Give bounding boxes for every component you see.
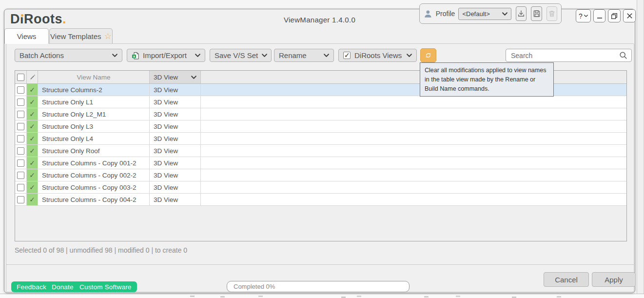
search-box — [506, 49, 632, 62]
row-checkbox[interactable] — [17, 99, 24, 106]
row-select-cell[interactable] — [15, 133, 27, 144]
row-modified-status-cell: ✓ — [27, 145, 38, 157]
table-row[interactable]: ✓Structure Columns - Copy 001-23D View — [15, 157, 626, 169]
row-view-name[interactable]: Structure Only L3 — [38, 120, 150, 132]
minimize-button[interactable] — [593, 9, 605, 22]
row-view-name[interactable]: Structure Only L2_M1 — [38, 108, 150, 120]
row-view-name[interactable]: Structure Columns - Copy 003-2 — [38, 181, 150, 193]
row-checkbox[interactable] — [17, 159, 24, 167]
progress-bar: Completed 0% — [227, 281, 410, 292]
row-select-cell[interactable] — [15, 181, 27, 193]
diroots-logo-accent-dot — [21, 14, 23, 17]
row-view-name[interactable]: Structure Only L4 — [38, 133, 150, 144]
row-checkbox[interactable] — [17, 135, 24, 142]
row-view-type[interactable]: 3D View — [150, 133, 201, 144]
table-body: ✓Structure Columns-23D View✓Structure On… — [15, 84, 626, 206]
row-select-cell[interactable] — [15, 108, 27, 120]
table-row[interactable]: ✓Structure Columns - Copy 003-23D View — [15, 181, 626, 194]
row-view-type[interactable]: 3D View — [150, 108, 201, 120]
row-view-name[interactable]: Structure Columns - Copy 002-2 — [38, 169, 150, 181]
row-checkbox[interactable] — [17, 147, 24, 155]
profile-save-button[interactable] — [531, 6, 542, 21]
checkmark-icon: ✓ — [29, 171, 35, 179]
footer-divider — [6, 264, 634, 265]
progress-label: Completed 0% — [234, 283, 275, 290]
row-view-type[interactable]: 3D View — [150, 194, 201, 205]
row-view-name[interactable]: Structure Columns - Copy 004-2 — [38, 194, 150, 205]
clear-modifications-tooltip: Clear all modifications applied to view … — [420, 62, 554, 97]
diroots-views-checkbox[interactable] — [343, 52, 351, 59]
row-select-cell[interactable] — [15, 96, 27, 108]
table-row[interactable]: ✓Structure Only L13D View — [15, 96, 626, 108]
chevron-down-icon — [584, 14, 588, 18]
row-select-cell[interactable] — [15, 84, 27, 96]
row-view-type[interactable]: 3D View — [150, 181, 201, 193]
tab-views[interactable]: Views — [4, 28, 49, 44]
tab-view-templates[interactable]: View Templates ☆ — [49, 28, 113, 44]
row-filler-cell — [201, 120, 626, 132]
row-view-type[interactable]: 3D View — [150, 157, 201, 169]
background-artifacts — [190, 296, 195, 297]
row-view-name[interactable]: Structure Only L1 — [38, 96, 150, 108]
chevron-down-icon — [324, 54, 329, 57]
row-view-name[interactable]: Structure Columns - Copy 001-2 — [38, 157, 150, 169]
apply-button[interactable]: Apply — [592, 272, 636, 287]
profile-delete-button[interactable] — [546, 6, 557, 21]
row-checkbox[interactable] — [17, 123, 24, 130]
row-select-cell[interactable] — [15, 157, 27, 169]
row-select-cell[interactable] — [15, 169, 27, 181]
row-modified-status-cell: ✓ — [27, 108, 38, 120]
help-button[interactable]: ? — [576, 9, 591, 22]
table-row[interactable]: ✓Structure Columns - Copy 002-23D View — [15, 169, 626, 181]
background-window-scrollbar — [637, 0, 644, 298]
table-row[interactable]: ✓Structure Only L2_M13D View — [15, 108, 626, 120]
table-row[interactable]: ✓Structure Only Roof3D View — [15, 145, 626, 157]
row-select-cell[interactable] — [15, 120, 27, 132]
select-all-cell[interactable] — [15, 71, 27, 83]
row-checkbox[interactable] — [17, 111, 24, 118]
profile-select[interactable]: <Default> — [458, 8, 511, 20]
table-row[interactable]: ✓Structure Columns - Copy 004-23D View — [15, 194, 626, 206]
view-type-filter-dropdown[interactable]: 3D View — [150, 71, 201, 83]
row-view-type[interactable]: 3D View — [150, 84, 201, 96]
clear-modifications-button[interactable] — [420, 48, 436, 62]
rename-dropdown[interactable]: Rename — [274, 49, 334, 62]
row-select-cell[interactable] — [15, 194, 27, 205]
profile-load-button[interactable] — [516, 6, 527, 21]
cancel-button[interactable]: Cancel — [544, 272, 589, 287]
batch-actions-label: Batch Actions — [20, 51, 112, 60]
row-view-name[interactable]: Structure Only Roof — [38, 145, 150, 157]
restore-button[interactable] — [608, 9, 621, 22]
row-view-name[interactable]: Structure Columns-2 — [38, 84, 150, 96]
trash-icon — [548, 10, 556, 18]
chevron-down-icon — [191, 76, 196, 79]
row-view-type[interactable]: 3D View — [150, 169, 201, 181]
close-button[interactable] — [623, 9, 636, 22]
diroots-views-dropdown[interactable]: DiRoots Views — [338, 49, 417, 62]
row-checkbox[interactable] — [17, 184, 24, 191]
row-checkbox[interactable] — [17, 196, 24, 203]
row-checkbox[interactable] — [17, 86, 24, 94]
save-vs-set-dropdown[interactable]: Save V/S Set — [210, 49, 272, 62]
select-all-checkbox[interactable] — [17, 74, 24, 81]
row-checkbox[interactable] — [17, 172, 24, 179]
feedback-button[interactable]: Feedback — [11, 281, 52, 292]
row-modified-status-cell: ✓ — [27, 133, 38, 144]
diroots-views-label: DiRoots Views — [354, 51, 403, 60]
custom-software-button[interactable]: Custom Software — [74, 281, 137, 292]
batch-actions-dropdown[interactable]: Batch Actions — [15, 49, 122, 62]
row-view-type[interactable]: 3D View — [150, 120, 201, 132]
row-modified-status-cell: ✓ — [27, 96, 38, 108]
table-row[interactable]: ✓Structure Only L33D View — [15, 120, 626, 133]
search-input[interactable] — [511, 52, 619, 60]
row-view-type[interactable]: 3D View — [150, 96, 201, 108]
table-row[interactable]: ✓Structure Only L43D View — [15, 133, 626, 145]
checkmark-icon: ✓ — [29, 86, 35, 94]
row-view-type[interactable]: 3D View — [150, 145, 201, 157]
view-type-header-label: 3D View — [154, 74, 178, 81]
row-select-cell[interactable] — [15, 145, 27, 157]
row-filler-cell — [201, 145, 626, 157]
view-name-column-header[interactable]: View Name — [38, 71, 150, 83]
diroots-logo: DiRoots. — [10, 12, 66, 27]
import-export-dropdown[interactable]: x Import/Export — [127, 49, 205, 62]
